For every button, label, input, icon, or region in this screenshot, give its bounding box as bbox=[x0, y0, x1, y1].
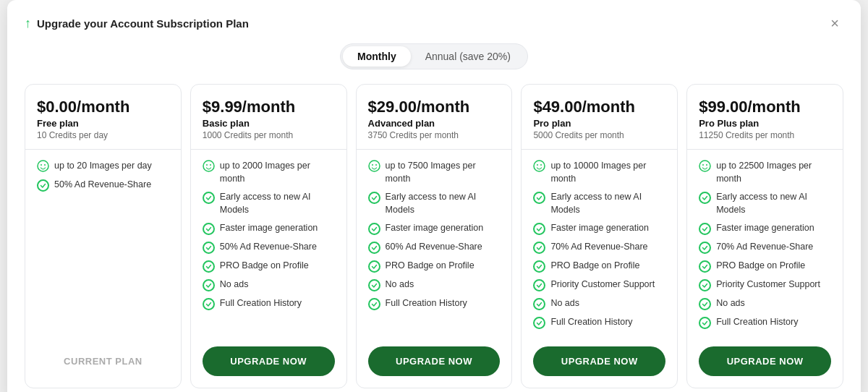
feature-item: Full Creation History bbox=[533, 316, 665, 329]
check-icon bbox=[699, 192, 711, 204]
feature-item: Early access to new AI Models bbox=[699, 191, 831, 216]
feature-text: up to 10000 Images per month bbox=[550, 160, 665, 185]
feature-item: No ads bbox=[203, 278, 335, 291]
check-icon bbox=[368, 242, 380, 254]
feature-item: No ads bbox=[368, 278, 501, 291]
modal-title-row: ↑ Upgrade your Account Subscription Plan bbox=[25, 16, 249, 31]
check-icon bbox=[203, 242, 215, 254]
check-icon bbox=[37, 179, 49, 192]
feature-item: Faster image generation bbox=[368, 222, 501, 235]
feature-text: Early access to new AI Models bbox=[550, 191, 665, 216]
feature-item: up to 2000 Images per month bbox=[203, 160, 335, 185]
plan-price: $29.00/month bbox=[368, 98, 501, 116]
check-icon bbox=[203, 260, 215, 273]
plan-price: $0.00/month bbox=[37, 98, 169, 116]
feature-item: 70% Ad Revenue-Share bbox=[533, 241, 665, 254]
plan-credits: 11250 Credits per month bbox=[699, 130, 831, 140]
face-icon bbox=[533, 160, 545, 172]
feature-item: Full Creation History bbox=[368, 297, 501, 310]
upgrade-now-button[interactable]: UPGRADE NOW bbox=[203, 346, 335, 376]
feature-text: up to 22500 Images per month bbox=[716, 160, 831, 185]
feature-text: No ads bbox=[220, 278, 249, 291]
svg-point-10 bbox=[537, 164, 538, 166]
check-icon bbox=[368, 279, 380, 291]
feature-item: Early access to new AI Models bbox=[203, 191, 335, 216]
face-icon bbox=[699, 160, 711, 172]
check-icon bbox=[533, 192, 545, 204]
upgrade-now-button[interactable]: UPGRADE NOW bbox=[699, 346, 831, 376]
feature-text: up to 2000 Images per month bbox=[220, 160, 335, 185]
svg-point-5 bbox=[210, 164, 211, 166]
feature-text: No ads bbox=[386, 278, 414, 291]
check-icon bbox=[203, 223, 215, 235]
check-icon bbox=[203, 298, 215, 310]
feature-item: 70% Ad Revenue-Share bbox=[699, 241, 831, 254]
check-icon bbox=[533, 279, 545, 291]
face-icon bbox=[368, 160, 380, 172]
feature-text: Faster image generation bbox=[220, 222, 318, 235]
plan-credits: 1000 Credits per month bbox=[203, 130, 335, 140]
billing-toggle-row: Monthly Annual (save 20%) bbox=[25, 43, 843, 69]
upgrade-now-button[interactable]: UPGRADE NOW bbox=[533, 346, 665, 376]
feature-text: 70% Ad Revenue-Share bbox=[550, 241, 647, 254]
plan-card-2: $29.00/month Advanced plan 3750 Credits … bbox=[356, 84, 513, 388]
svg-point-9 bbox=[534, 161, 545, 171]
feature-item: Early access to new AI Models bbox=[368, 191, 501, 216]
check-icon bbox=[699, 242, 711, 254]
plan-credits: 5000 Credits per month bbox=[533, 130, 665, 140]
plan-name: Pro Plus plan bbox=[699, 118, 831, 129]
check-icon bbox=[533, 317, 545, 329]
check-icon bbox=[533, 260, 545, 273]
monthly-toggle[interactable]: Monthly bbox=[343, 46, 411, 67]
check-icon bbox=[368, 298, 380, 310]
feature-text: Full Creation History bbox=[716, 316, 798, 329]
features-list: up to 10000 Images per month Early acces… bbox=[533, 160, 665, 335]
feature-item: 50% Ad Revenue-Share bbox=[203, 241, 335, 254]
upgrade-icon: ↑ bbox=[25, 16, 31, 31]
plan-price: $9.99/month bbox=[203, 98, 335, 116]
features-list: up to 22500 Images per month Early acces… bbox=[699, 160, 831, 335]
upgrade-now-button[interactable]: UPGRADE NOW bbox=[368, 346, 501, 376]
feature-item: up to 7500 Images per month bbox=[368, 160, 501, 185]
feature-text: 70% Ad Revenue-Share bbox=[716, 241, 813, 254]
plan-credits: 3750 Credits per month bbox=[368, 130, 501, 140]
feature-item: PRO Badge on Profile bbox=[368, 260, 501, 273]
feature-text: No ads bbox=[716, 297, 745, 310]
billing-toggle-group: Monthly Annual (save 20%) bbox=[340, 43, 528, 69]
features-list: up to 20 Images per day 50% Ad Revenue-S… bbox=[37, 160, 169, 335]
plan-name: Free plan bbox=[37, 118, 169, 129]
plans-row: $0.00/month Free plan 10 Credits per day… bbox=[25, 84, 843, 388]
feature-text: Early access to new AI Models bbox=[716, 191, 831, 216]
feature-text: Full Creation History bbox=[220, 297, 302, 310]
svg-point-4 bbox=[206, 164, 208, 166]
plan-card-1: $9.99/month Basic plan 1000 Credits per … bbox=[190, 84, 347, 388]
face-icon bbox=[203, 160, 215, 172]
close-button[interactable]: × bbox=[826, 14, 843, 32]
divider bbox=[25, 149, 181, 150]
plan-card-3: $49.00/month Pro plan 5000 Credits per m… bbox=[521, 84, 678, 388]
current-plan-button: CURRENT PLAN bbox=[37, 346, 169, 376]
plan-name: Pro plan bbox=[533, 118, 665, 129]
feature-item: Full Creation History bbox=[203, 297, 335, 310]
feature-text: Faster image generation bbox=[550, 222, 649, 235]
subscription-modal: ↑ Upgrade your Account Subscription Plan… bbox=[7, 0, 861, 392]
svg-point-7 bbox=[372, 164, 373, 166]
face-icon bbox=[37, 160, 49, 172]
divider bbox=[522, 149, 677, 150]
plan-credits: 10 Credits per day bbox=[37, 130, 169, 140]
feature-item: up to 22500 Images per month bbox=[699, 160, 831, 185]
feature-item: Full Creation History bbox=[699, 316, 831, 329]
feature-text: Priority Customer Support bbox=[550, 278, 655, 291]
plan-price: $99.00/month bbox=[699, 98, 831, 116]
annual-toggle[interactable]: Annual (save 20%) bbox=[411, 46, 525, 67]
divider bbox=[687, 149, 843, 150]
plan-name: Basic plan bbox=[203, 118, 335, 129]
feature-text: Faster image generation bbox=[386, 222, 484, 235]
feature-item: 60% Ad Revenue-Share bbox=[368, 241, 501, 254]
check-icon bbox=[533, 223, 545, 235]
feature-text: PRO Badge on Profile bbox=[220, 260, 309, 273]
feature-text: PRO Badge on Profile bbox=[716, 260, 805, 273]
svg-point-14 bbox=[706, 164, 707, 166]
feature-item: Priority Customer Support bbox=[533, 278, 665, 291]
check-icon bbox=[368, 260, 380, 273]
